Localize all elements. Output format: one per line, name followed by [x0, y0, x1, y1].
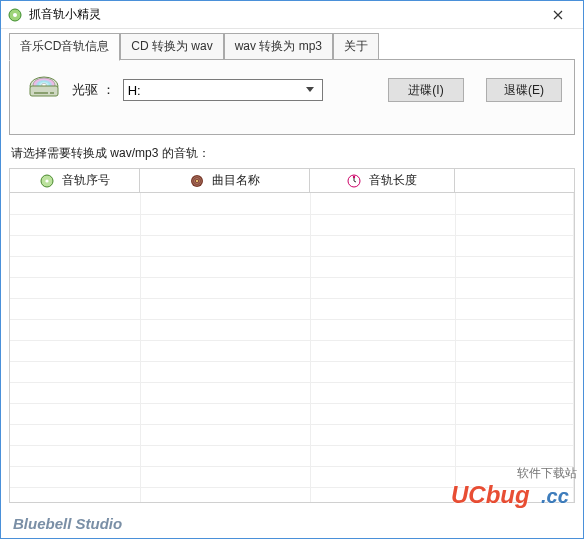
clock-icon [347, 174, 361, 188]
tab-cd-to-wav[interactable]: CD 转换为 wav [120, 33, 223, 60]
table-row[interactable] [10, 277, 574, 298]
tab-about[interactable]: 关于 [333, 33, 379, 60]
table-row[interactable] [10, 466, 574, 487]
table-row[interactable] [10, 487, 574, 503]
selection-hint: 请选择需要转换成 wav/mp3 的音轨： [11, 145, 573, 162]
grid-body-rows [10, 193, 574, 503]
table-row[interactable] [10, 319, 574, 340]
app-window: 抓音轨小精灵 音乐CD音轨信息 CD 转换为 wav wav 转换为 mp3 关… [0, 0, 584, 539]
footer-brand: Bluebell Studio [9, 511, 575, 538]
load-disc-button[interactable]: 进碟(I) [388, 78, 464, 102]
svg-point-13 [195, 179, 197, 181]
app-icon [7, 7, 23, 23]
svg-point-15 [353, 175, 355, 177]
svg-rect-7 [50, 92, 54, 94]
table-row[interactable] [10, 298, 574, 319]
col-track-number[interactable]: 音轨序号 [10, 169, 140, 193]
grid-body[interactable] [9, 193, 575, 503]
drive-label: 光驱 ： [72, 81, 115, 99]
window-title: 抓音轨小精灵 [29, 6, 537, 23]
table-row[interactable] [10, 214, 574, 235]
svg-point-9 [45, 179, 48, 182]
disc-icon [40, 174, 54, 188]
table-row[interactable] [10, 193, 574, 214]
table-row[interactable] [10, 382, 574, 403]
drive-row: 光驱 ： H: 进碟(I) 退碟(E) [22, 72, 562, 108]
col-blank[interactable] [455, 169, 575, 193]
svg-rect-6 [34, 92, 48, 94]
grid-header: 音轨序号 曲目名称 [9, 168, 575, 193]
close-icon [553, 10, 563, 20]
table-row[interactable] [10, 340, 574, 361]
titlebar: 抓音轨小精灵 [1, 1, 583, 29]
chevron-down-icon [302, 81, 318, 99]
record-icon [190, 174, 204, 188]
table-row[interactable] [10, 256, 574, 277]
svg-rect-5 [30, 86, 58, 96]
track-grid: 音轨序号 曲目名称 [9, 168, 575, 505]
tab-cd-track-info[interactable]: 音乐CD音轨信息 [9, 33, 120, 61]
table-row[interactable] [10, 445, 574, 466]
drive-select[interactable]: H: [123, 79, 323, 101]
eject-disc-button[interactable]: 退碟(E) [486, 78, 562, 102]
cd-drive-icon [26, 72, 62, 108]
tab-strip: 音乐CD音轨信息 CD 转换为 wav wav 转换为 mp3 关于 [9, 33, 575, 60]
tab-panel-cd-info: 光驱 ： H: 进碟(I) 退碟(E) [9, 59, 575, 135]
table-row[interactable] [10, 361, 574, 382]
tab-wav-to-mp3[interactable]: wav 转换为 mp3 [224, 33, 333, 60]
table-row[interactable] [10, 403, 574, 424]
client-area: 音乐CD音轨信息 CD 转换为 wav wav 转换为 mp3 关于 [1, 29, 583, 538]
table-row[interactable] [10, 235, 574, 256]
table-row[interactable] [10, 424, 574, 445]
col-track-title[interactable]: 曲目名称 [140, 169, 310, 193]
col-track-length[interactable]: 音轨长度 [310, 169, 455, 193]
close-button[interactable] [537, 4, 579, 26]
svg-point-1 [13, 13, 17, 17]
drive-select-value: H: [128, 83, 302, 98]
